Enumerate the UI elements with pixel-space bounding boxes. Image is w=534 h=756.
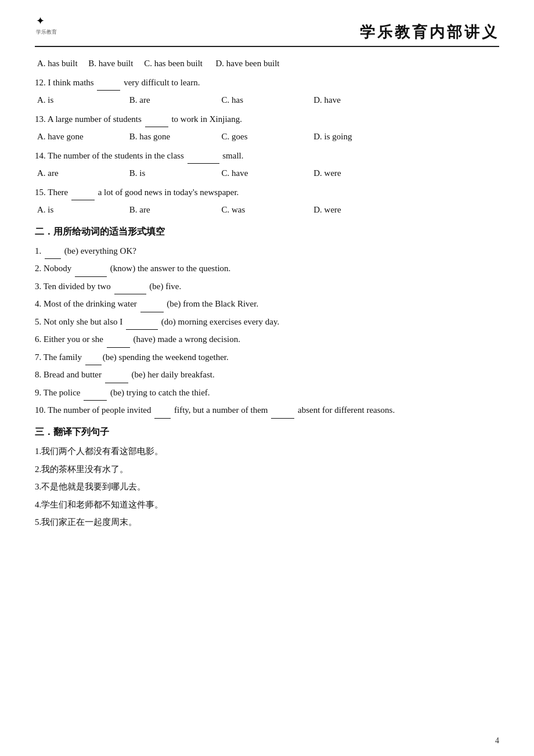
- trans-q2: 2.我的茶杯里没有水了。: [35, 461, 499, 478]
- trans-q5: 5.我们家正在一起度周末。: [35, 514, 499, 531]
- q13-options: A. have gone B. has gone C. goes D. is g…: [35, 128, 499, 145]
- fill-q7: 7. The family (be) spending the weekend …: [35, 349, 499, 366]
- q11-options: A. has built B. have built C. has been b…: [35, 55, 499, 72]
- fill-q9-blank: [84, 400, 107, 401]
- svg-text:✦: ✦: [36, 15, 45, 27]
- q12-blank: [97, 90, 120, 91]
- q15-opt-a: A. is: [37, 201, 127, 218]
- fill-q2: 2. Nobody (know) the answer to the quest…: [35, 260, 499, 277]
- fill-q10-blank2: [271, 418, 294, 419]
- content: A. has built B. have built C. has been b…: [35, 55, 499, 531]
- q12-options: A. is B. are C. has D. have: [35, 92, 499, 109]
- trans-q3: 3.不是他就是我要到哪儿去。: [35, 478, 499, 495]
- q14: 14. The number of the students in the cl…: [35, 147, 499, 164]
- fill-q10-blank1: [154, 418, 171, 419]
- q14-opt-c: C. have: [222, 165, 312, 182]
- svg-text:学乐教育: 学乐教育: [36, 29, 57, 35]
- fill-q6-blank: [107, 347, 130, 348]
- q12-opt-d: D. have: [313, 92, 403, 109]
- fill-q8-blank: [105, 383, 128, 383]
- fill-q3: 3. Ten divided by two (be) five.: [35, 278, 499, 295]
- q14-opt-b: B. is: [129, 165, 219, 182]
- fill-q5-blank: [126, 329, 158, 330]
- q15-blank: [71, 200, 95, 200]
- q15-options: A. is B. are C. was D. were: [35, 201, 499, 218]
- q11-opt-a: A. has built: [37, 59, 86, 68]
- logo-icon: ✦ 学乐教育: [35, 12, 70, 42]
- section2-title: 二．用所给动词的适当形式填空: [35, 223, 499, 240]
- fill-q10: 10. The number of people invited fifty, …: [35, 402, 499, 419]
- q14-opt-a: A. are: [37, 165, 127, 182]
- fill-q2-blank: [75, 276, 107, 277]
- fill-q9: 9. The police (be) trying to catch the t…: [35, 384, 499, 401]
- fill-q5: 5. Not only she but also I (do) morning …: [35, 314, 499, 330]
- fill-q6: 6. Either you or she (have) made a wrong…: [35, 331, 499, 348]
- page-number: 4: [495, 736, 499, 746]
- page: ✦ 学乐教育 学乐教育内部讲义 A. has built B. have bui…: [0, 0, 534, 756]
- fill-q1: 1. (be) everything OK?: [35, 243, 499, 260]
- fill-q7-blank: [85, 365, 102, 365]
- q11-opt-b: B. have built: [88, 59, 142, 68]
- q13-opt-c: C. goes: [222, 128, 312, 145]
- fill-q1-blank: [45, 258, 61, 259]
- q13-opt-d: D. is going: [313, 128, 403, 145]
- q14-blank: [187, 163, 219, 164]
- q11-opt-c: C. has been built: [144, 59, 214, 68]
- q13-opt-b: B. has gone: [129, 128, 219, 145]
- q13-blank: [145, 127, 168, 127]
- fill-q4-blank: [140, 312, 164, 312]
- header-title: 学乐教育内部讲义: [360, 22, 499, 42]
- q15-opt-d: D. were: [313, 201, 403, 218]
- q14-opt-d: D. were: [313, 165, 403, 182]
- logo-area: ✦ 学乐教育: [35, 12, 70, 42]
- q14-options: A. are B. is C. have D. were: [35, 165, 499, 182]
- section3-title: 三．翻译下列句子: [35, 423, 499, 441]
- q15: 15. There a lot of good news in today's …: [35, 184, 499, 201]
- q12-opt-b: B. are: [129, 92, 219, 109]
- trans-q4: 4.学生们和老师都不知道这件事。: [35, 496, 499, 513]
- fill-q8: 8. Bread and butter (be) her daily break…: [35, 366, 499, 383]
- fill-q3-blank: [114, 294, 146, 294]
- trans-q1: 1.我们两个人都没有看这部电影。: [35, 443, 499, 460]
- q13-opt-a: A. have gone: [37, 128, 127, 145]
- q13: 13. A large number of students to work i…: [35, 111, 499, 128]
- q15-opt-b: B. are: [129, 201, 219, 218]
- q11-opt-d: D. have been built: [216, 59, 280, 68]
- fill-q4: 4. Most of the drinking water (be) from …: [35, 296, 499, 312]
- q12: 12. I think maths very difficult to lear…: [35, 74, 499, 91]
- q12-opt-c: C. has: [222, 92, 312, 109]
- q12-opt-a: A. is: [37, 92, 127, 109]
- q15-opt-c: C. was: [222, 201, 312, 218]
- header: ✦ 学乐教育 学乐教育内部讲义: [35, 12, 499, 47]
